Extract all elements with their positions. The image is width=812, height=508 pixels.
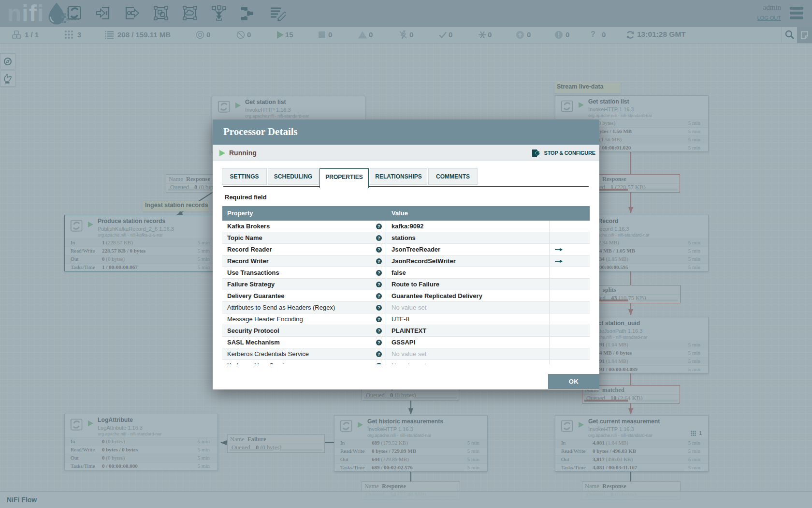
svg-text:?: ? xyxy=(377,352,380,357)
svg-text:?: ? xyxy=(377,270,380,275)
svg-text:?: ? xyxy=(377,247,380,252)
svg-text:?: ? xyxy=(377,329,380,333)
svg-text:?: ? xyxy=(377,224,380,229)
svg-text:?: ? xyxy=(377,236,380,240)
svg-text:?: ? xyxy=(377,282,380,287)
svg-text:?: ? xyxy=(377,363,380,364)
svg-text:?: ? xyxy=(377,259,380,264)
svg-text:?: ? xyxy=(377,294,380,299)
svg-text:?: ? xyxy=(377,317,380,322)
svg-text:?: ? xyxy=(377,340,380,345)
svg-text:?: ? xyxy=(377,305,380,310)
